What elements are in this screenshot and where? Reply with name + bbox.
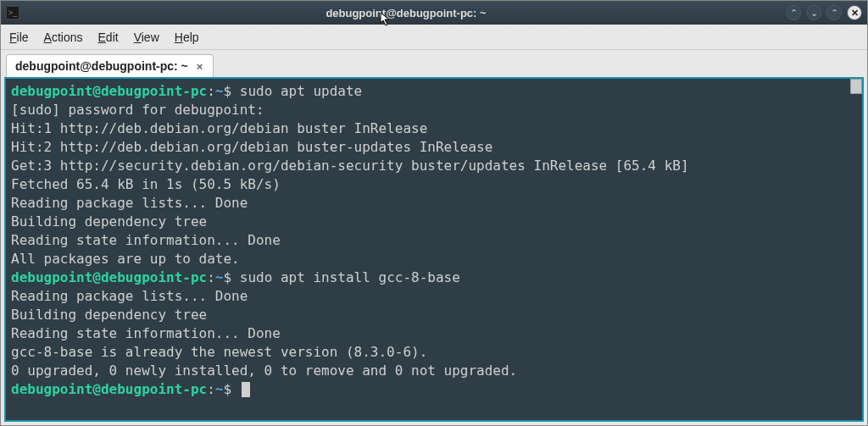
prompt-at: @ (92, 381, 101, 397)
menu-help[interactable]: Help (175, 30, 199, 44)
tab-label: debugpoint@debugpoint-pc: ~ (15, 59, 188, 73)
scrollbar-up-icon[interactable] (850, 79, 862, 94)
terminal-icon: >_ (6, 6, 19, 19)
output-line: Building dependency tree (11, 213, 207, 230)
window-title: debugpoint@debugpoint-pc: ~ (26, 7, 786, 19)
output-line: Reading state information... Done (11, 325, 281, 341)
prompt-symbol: $ (223, 269, 231, 285)
output-line: Get:3 http://security.debian.org/debian-… (11, 158, 689, 174)
prompt-colon: : (207, 381, 215, 397)
prompt-symbol: $ (223, 381, 231, 397)
prompt-host: debugpoint-pc (101, 381, 207, 397)
menu-view[interactable]: View (134, 30, 159, 44)
output-line: gcc-8-base is already the newest version… (11, 344, 427, 360)
prompt-colon: : (207, 83, 215, 99)
output-line: Hit:1 http://deb.debian.org/debian buste… (11, 120, 427, 136)
output-line: Reading package lists... Done (11, 288, 248, 304)
maximize-button[interactable]: ⌃ (826, 5, 842, 20)
tab-bar: debugpoint@debugpoint-pc: ~ × (1, 50, 867, 77)
command-3 (231, 381, 240, 397)
output-line: Reading state information... Done (11, 232, 281, 248)
output-line: Hit:2 http://deb.debian.org/debian buste… (11, 139, 492, 155)
menu-file[interactable]: File (9, 30, 29, 44)
prompt-at: @ (92, 269, 101, 285)
menubar: File Actions Edit View Help (1, 25, 867, 50)
menu-edit[interactable]: Edit (98, 30, 119, 44)
prompt-user: debugpoint (11, 381, 92, 397)
output-line: All packages are up to date. (11, 251, 240, 267)
output-line: Building dependency tree (11, 307, 207, 323)
command-2: sudo apt install gcc-8-base (231, 269, 460, 285)
minimize-button[interactable]: ⌄ (806, 5, 821, 20)
output-line: Fetched 65.4 kB in 1s (50.5 kB/s) (11, 176, 281, 192)
output-line: [sudo] password for debugpoint: (11, 102, 264, 118)
prompt-symbol: $ (223, 83, 231, 99)
shade-button[interactable]: ⌃ (786, 5, 801, 20)
output-line: Reading package lists... Done (11, 195, 248, 211)
prompt-colon: : (207, 269, 215, 285)
titlebar: >_ debugpoint@debugpoint-pc: ~ ⌃ ⌄ ⌃ ✕ (1, 1, 867, 25)
menu-actions[interactable]: Actions (44, 30, 83, 44)
close-button[interactable]: ✕ (847, 5, 862, 20)
tab-close-icon[interactable]: × (195, 60, 205, 73)
window-controls: ⌃ ⌄ ⌃ ✕ (786, 5, 862, 20)
command-1: sudo apt update (231, 83, 362, 99)
prompt-host: debugpoint-pc (101, 269, 207, 285)
output-line: 0 upgraded, 0 newly installed, 0 to remo… (11, 362, 517, 379)
prompt-host: debugpoint-pc (101, 83, 207, 99)
prompt-user: debugpoint (11, 269, 92, 285)
cursor-icon (242, 382, 250, 397)
terminal-tab[interactable]: debugpoint@debugpoint-pc: ~ × (6, 54, 214, 77)
terminal-output[interactable]: debugpoint@debugpoint-pc:~$ sudo apt upd… (4, 77, 864, 422)
prompt-user: debugpoint (11, 83, 92, 99)
terminal-window: >_ debugpoint@debugpoint-pc: ~ ⌃ ⌄ ⌃ ✕ F… (0, 0, 868, 426)
prompt-at: @ (92, 83, 101, 99)
